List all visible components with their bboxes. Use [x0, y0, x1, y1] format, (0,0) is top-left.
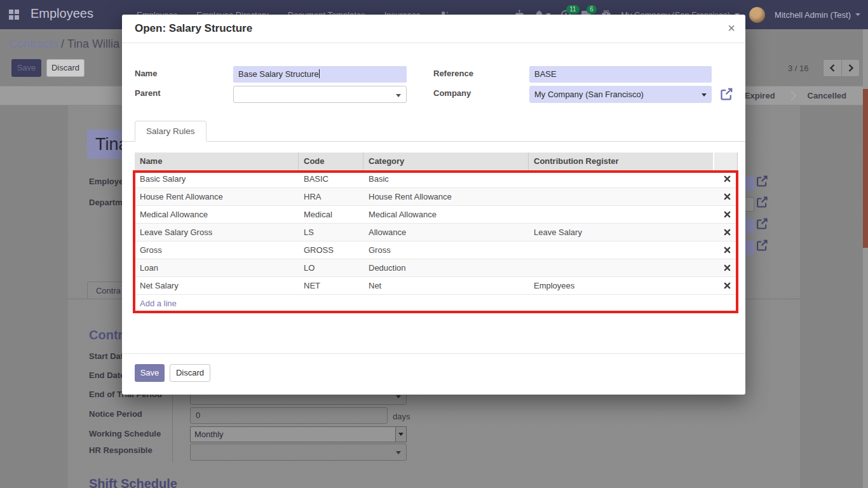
breadcrumb-contracts[interactable]: Contracts — [9, 37, 58, 50]
start-date-label: Start Dat — [89, 351, 123, 361]
salary-rules-table: Name Code Category Contribution Register… — [135, 152, 738, 312]
external-link-icon[interactable] — [755, 174, 769, 191]
pager-value: 3 / 16 — [788, 64, 809, 73]
add-a-line-link[interactable]: Add a line — [135, 295, 738, 312]
notice-period-label: Notice Period — [89, 409, 142, 419]
salary-structure-modal: Open: Salary Structure × Name Base Salar… — [122, 15, 745, 395]
hr-responsible-label: HR Responsible — [89, 445, 153, 455]
delete-row-icon[interactable] — [713, 224, 736, 241]
department-label: Departm — [89, 198, 123, 207]
table-row[interactable]: Leave Salary Gross LS Allowance Leave Sa… — [135, 224, 738, 241]
days-suffix-label: days — [393, 412, 410, 421]
company-label: Company — [433, 88, 471, 98]
parent-label: Parent — [135, 88, 160, 98]
table-row[interactable]: Basic Salary BASIC Basic — [135, 170, 738, 188]
column-header-contribution-register[interactable]: Contribution Register — [529, 152, 713, 170]
tab-salary-rules[interactable]: Salary Rules — [135, 121, 207, 142]
modal-discard-button[interactable]: Discard — [170, 364, 210, 382]
field-stub[interactable] — [745, 219, 754, 233]
parent-select[interactable] — [233, 86, 407, 103]
column-header-delete — [714, 152, 738, 170]
column-header-category[interactable]: Category — [363, 152, 529, 170]
user-menu[interactable]: Mitchell Admin (Test) — [775, 10, 851, 20]
external-link-icon[interactable] — [755, 238, 769, 255]
shift-schedule-heading: Shift Schedule — [89, 477, 177, 488]
external-link-icon[interactable] — [755, 217, 769, 233]
column-header-name[interactable]: Name — [135, 152, 299, 170]
delete-row-icon[interactable] — [713, 188, 736, 205]
text-cursor — [319, 69, 320, 78]
notice-period-input[interactable]: 0 — [190, 407, 388, 424]
company-select[interactable]: My Company (San Francisco) — [529, 86, 712, 103]
table-row[interactable]: Loan LO Deduction — [135, 259, 738, 277]
activities-count-badge: 11 — [566, 5, 579, 14]
name-input[interactable]: Base Salary Structure — [233, 66, 407, 83]
tab-underline — [122, 141, 745, 142]
end-date-label: End Date — [89, 370, 125, 380]
delete-row-icon[interactable] — [713, 277, 736, 294]
table-row[interactable]: House Rent Allowance HRA House Rent Allo… — [135, 188, 738, 206]
table-header-row: Name Code Category Contribution Register — [135, 152, 738, 170]
user-caret-icon — [855, 13, 860, 16]
employee-label: Employe — [89, 177, 123, 186]
reference-input[interactable]: BASE — [529, 66, 712, 83]
page-save-button[interactable]: Save — [11, 59, 41, 77]
name-label: Name — [135, 69, 157, 78]
working-schedule-label: Working Schedule — [89, 429, 161, 438]
table-row[interactable]: Gross GROSS Gross — [135, 241, 738, 259]
delete-row-icon[interactable] — [713, 241, 736, 259]
external-link-icon[interactable] — [755, 195, 769, 212]
modal-title: Open: Salary Structure — [135, 22, 252, 35]
column-header-code[interactable]: Code — [299, 152, 363, 170]
page-discard-button[interactable]: Discard — [46, 59, 85, 77]
table-row[interactable]: Medical Allowance Medical Medical Allowa… — [135, 206, 738, 224]
select-arrow-icon[interactable] — [395, 427, 406, 442]
user-avatar[interactable] — [749, 7, 765, 23]
apps-menu-icon[interactable] — [9, 10, 19, 20]
breadcrumb: Contracts / Tina Willia — [9, 37, 119, 51]
scrollbar-thumb[interactable] — [863, 89, 868, 248]
delete-row-icon[interactable] — [713, 206, 736, 223]
modal-close-icon[interactable]: × — [728, 20, 735, 36]
delete-row-icon[interactable] — [713, 259, 736, 276]
app-name[interactable]: Employees — [31, 6, 93, 21]
modal-save-button[interactable]: Save — [135, 364, 165, 382]
delete-row-icon[interactable] — [713, 170, 736, 187]
company-external-link-icon[interactable] — [719, 86, 734, 104]
hr-responsible-select[interactable] — [190, 444, 407, 461]
contract-section-heading: Contr — [89, 328, 123, 342]
messages-count-badge: 6 — [587, 5, 597, 14]
pager-next-button[interactable] — [841, 59, 860, 77]
pager-previous-button[interactable] — [823, 59, 841, 77]
table-row[interactable]: Net Salary NET Net Employees — [135, 277, 738, 295]
working-schedule-select[interactable]: Monthly — [190, 426, 407, 442]
field-stub[interactable] — [745, 197, 754, 212]
pager — [823, 59, 860, 77]
modal-header: Open: Salary Structure × — [122, 15, 745, 43]
field-stub[interactable] — [745, 240, 754, 255]
modal-footer-divider — [122, 353, 745, 354]
field-stub[interactable] — [745, 176, 754, 191]
statusbar-state-cancelled[interactable]: Cancelled — [795, 91, 859, 100]
reference-label: Reference — [433, 69, 473, 78]
breadcrumb-record: Tina Willia — [67, 37, 119, 50]
